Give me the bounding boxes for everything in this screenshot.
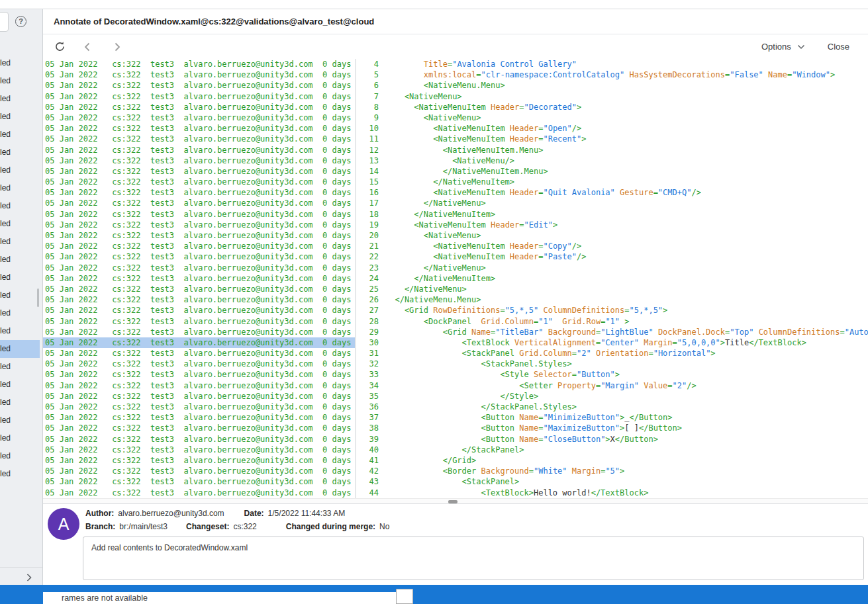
refresh-button[interactable] — [54, 41, 66, 53]
annotate-row[interactable]: 05 Jan 2022 cs:322 test3 alvaro.berruezo… — [43, 305, 355, 316]
annotate-row[interactable]: 05 Jan 2022 cs:322 test3 alvaro.berruezo… — [43, 369, 355, 380]
forward-button[interactable] — [111, 41, 123, 53]
left-strip-row[interactable]: led — [0, 429, 40, 447]
annotate-row[interactable]: 05 Jan 2022 cs:322 test3 alvaro.berruezo… — [43, 434, 355, 445]
code-line[interactable]: 13 <NativeMenu/> — [356, 155, 868, 166]
partial-button[interactable] — [0, 12, 9, 32]
back-button[interactable] — [81, 41, 93, 53]
code-line[interactable]: 39 <Button Name="CloseButton">X</Button> — [356, 434, 868, 445]
options-button[interactable]: Options — [761, 42, 805, 52]
code-line[interactable]: 34 <Setter Property="Margin" Value="2"/> — [356, 380, 868, 391]
left-strip-row[interactable]: led — [0, 411, 40, 429]
left-strip-row[interactable]: led — [0, 161, 40, 179]
code-line[interactable]: 6 <NativeMenu.Menu> — [356, 80, 868, 91]
help-icon[interactable]: ? — [15, 16, 26, 27]
annotate-row[interactable]: 05 Jan 2022 cs:322 test3 alvaro.berruezo… — [43, 69, 355, 80]
annotate-row[interactable]: 05 Jan 2022 cs:322 test3 alvaro.berruezo… — [43, 316, 355, 327]
left-strip-row[interactable]: led — [0, 269, 40, 286]
annotate-row[interactable]: 05 Jan 2022 cs:322 test3 alvaro.berruezo… — [43, 294, 355, 305]
code-line[interactable]: 11 <NativeMenuItem Header="Recent"> — [356, 134, 868, 144]
code-line[interactable]: 25 </NativeMenu> — [356, 284, 868, 294]
annotate-row[interactable]: 05 Jan 2022 cs:322 test3 alvaro.berruezo… — [43, 241, 355, 251]
annotate-row[interactable]: 05 Jan 2022 cs:322 test3 alvaro.berruezo… — [43, 59, 355, 69]
code-line[interactable]: 23 </NativeMenu> — [356, 263, 868, 273]
code-line[interactable]: 37 <Button Name="MinimizeButton">_</Butt… — [356, 412, 868, 423]
code-line[interactable]: 43 <StackPanel> — [356, 476, 868, 487]
left-strip-row[interactable]: led — [0, 251, 40, 269]
horizontal-scrollbar[interactable] — [43, 498, 868, 503]
left-strip-row[interactable]: led — [0, 322, 40, 340]
annotate-row[interactable]: 05 Jan 2022 cs:322 test3 alvaro.berruezo… — [43, 91, 355, 102]
code-line[interactable]: 24 </NativeMenuItem> — [356, 273, 868, 284]
left-strip-row[interactable]: led — [0, 465, 40, 483]
code-line[interactable]: 26 </NativeMenu.Menu> — [356, 294, 868, 305]
annotate-row[interactable]: 05 Jan 2022 cs:322 test3 alvaro.berruezo… — [43, 251, 355, 262]
left-strip-row[interactable]: led — [0, 340, 40, 358]
left-strip-row[interactable]: led — [0, 54, 40, 72]
left-strip-row[interactable]: led — [0, 304, 40, 322]
annotate-row[interactable]: 05 Jan 2022 cs:322 test3 alvaro.berruezo… — [43, 348, 355, 359]
code-line[interactable]: 7 <NativeMenu> — [356, 91, 868, 102]
annotate-row[interactable]: 05 Jan 2022 cs:322 test3 alvaro.berruezo… — [43, 476, 355, 487]
annotate-row[interactable]: 05 Jan 2022 cs:322 test3 alvaro.berruezo… — [43, 284, 355, 294]
comment-box[interactable]: Add real contents to DecoratedWindow.xam… — [83, 537, 864, 580]
annotate-row[interactable]: 05 Jan 2022 cs:322 test3 alvaro.berruezo… — [43, 220, 355, 230]
annotate-row[interactable]: 05 Jan 2022 cs:322 test3 alvaro.berruezo… — [43, 455, 355, 466]
chevron-right-icon[interactable] — [26, 572, 32, 584]
left-strip-row[interactable]: led — [0, 358, 40, 376]
panel-splitter-handle[interactable] — [37, 288, 39, 307]
left-strip-row[interactable]: led — [0, 286, 40, 304]
annotate-row[interactable]: 05 Jan 2022 cs:322 test3 alvaro.berruezo… — [43, 337, 355, 348]
left-strip-row[interactable]: led — [0, 197, 40, 215]
code-line[interactable]: 9 <NativeMenu> — [356, 112, 868, 123]
annotate-row[interactable]: 05 Jan 2022 cs:322 test3 alvaro.berruezo… — [43, 80, 355, 91]
code-line[interactable]: 14 </NativeMenuItem.Menu> — [356, 166, 868, 177]
left-strip-row[interactable]: led — [0, 215, 40, 233]
annotate-row[interactable]: 05 Jan 2022 cs:322 test3 alvaro.berruezo… — [43, 198, 355, 208]
code-line[interactable]: 8 <NativeMenuItem Header="Decorated"> — [356, 102, 868, 112]
annotate-row[interactable]: 05 Jan 2022 cs:322 test3 alvaro.berruezo… — [43, 412, 355, 423]
code-line[interactable]: 20 <NativeMenu> — [356, 230, 868, 241]
annotate-row[interactable]: 05 Jan 2022 cs:322 test3 alvaro.berruezo… — [43, 359, 355, 369]
code-line[interactable]: 44 <TextBlock>Hello world!</TextBlock> — [356, 488, 868, 498]
annotate-row[interactable]: 05 Jan 2022 cs:322 test3 alvaro.berruezo… — [43, 123, 355, 134]
code-line[interactable]: 21 <NativeMenuItem Header="Copy"/> — [356, 241, 868, 251]
left-strip-row[interactable]: led — [0, 126, 40, 144]
code-line[interactable]: 15 </NativeMenuItem> — [356, 177, 868, 187]
annotate-row[interactable]: 05 Jan 2022 cs:322 test3 alvaro.berruezo… — [43, 466, 355, 476]
code-line[interactable]: 32 <StackPanel.Styles> — [356, 359, 868, 369]
annotate-row[interactable]: 05 Jan 2022 cs:322 test3 alvaro.berruezo… — [43, 209, 355, 220]
annotate-row[interactable]: 05 Jan 2022 cs:322 test3 alvaro.berruezo… — [43, 230, 355, 241]
left-strip-row[interactable]: led — [0, 144, 40, 161]
annotate-row[interactable]: 05 Jan 2022 cs:322 test3 alvaro.berruezo… — [43, 391, 355, 402]
code-line[interactable]: 35 </Style> — [356, 391, 868, 402]
code-line[interactable]: 30 <TextBlock VerticalAlignment="Center"… — [356, 337, 868, 348]
code-line[interactable]: 22 <NativeMenuItem Header="Paste"/> — [356, 251, 868, 262]
annotate-row[interactable]: 05 Jan 2022 cs:322 test3 alvaro.berruezo… — [43, 177, 355, 187]
code-line[interactable]: 12 <NativeMenuItem.Menu> — [356, 145, 868, 155]
annotate-row[interactable]: 05 Jan 2022 cs:322 test3 alvaro.berruezo… — [43, 102, 355, 112]
left-strip-row[interactable]: led — [0, 179, 40, 197]
code-line[interactable]: 5 xmlns:local="clr-namespace:ControlCata… — [356, 69, 868, 80]
annotate-row[interactable]: 05 Jan 2022 cs:322 test3 alvaro.berruezo… — [43, 402, 355, 412]
code-line[interactable]: 18 </NativeMenuItem> — [356, 209, 868, 220]
left-strip-row[interactable]: led — [0, 394, 40, 411]
annotate-row[interactable]: 05 Jan 2022 cs:322 test3 alvaro.berruezo… — [43, 134, 355, 144]
code-line[interactable]: 29 <Grid Name="TitleBar" Background="Lig… — [356, 327, 868, 337]
code-line[interactable]: 10 <NativeMenuItem Header="Open"/> — [356, 123, 868, 134]
code-line[interactable]: 36 </StackPanel.Styles> — [356, 402, 868, 412]
left-strip-row[interactable]: led — [0, 233, 40, 251]
code-line[interactable]: 42 <Border Background="White" Margin="5"… — [356, 466, 868, 476]
annotate-row[interactable]: 05 Jan 2022 cs:322 test3 alvaro.berruezo… — [43, 145, 355, 155]
code-line[interactable]: 27 <Grid RowDefinitions="5,*,5" ColumnDe… — [356, 305, 868, 316]
annotate-row[interactable]: 05 Jan 2022 cs:322 test3 alvaro.berruezo… — [43, 187, 355, 198]
code-line[interactable]: 4 Title="Avalonia Control Gallery" — [356, 59, 868, 69]
code-line[interactable]: 31 <StackPanel Grid.Column="2" Orientati… — [356, 348, 868, 359]
code-line[interactable]: 16 <NativeMenuItem Header="Quit Avalonia… — [356, 187, 868, 198]
annotate-row[interactable]: 05 Jan 2022 cs:322 test3 alvaro.berruezo… — [43, 263, 355, 273]
left-strip-row[interactable]: led — [0, 376, 40, 394]
annotate-row[interactable]: 05 Jan 2022 cs:322 test3 alvaro.berruezo… — [43, 112, 355, 123]
code-line[interactable]: 33 <Style Selector="Button"> — [356, 369, 868, 380]
code-line[interactable]: 17 </NativeMenu> — [356, 198, 868, 208]
annotate-row[interactable]: 05 Jan 2022 cs:322 test3 alvaro.berruezo… — [43, 423, 355, 433]
